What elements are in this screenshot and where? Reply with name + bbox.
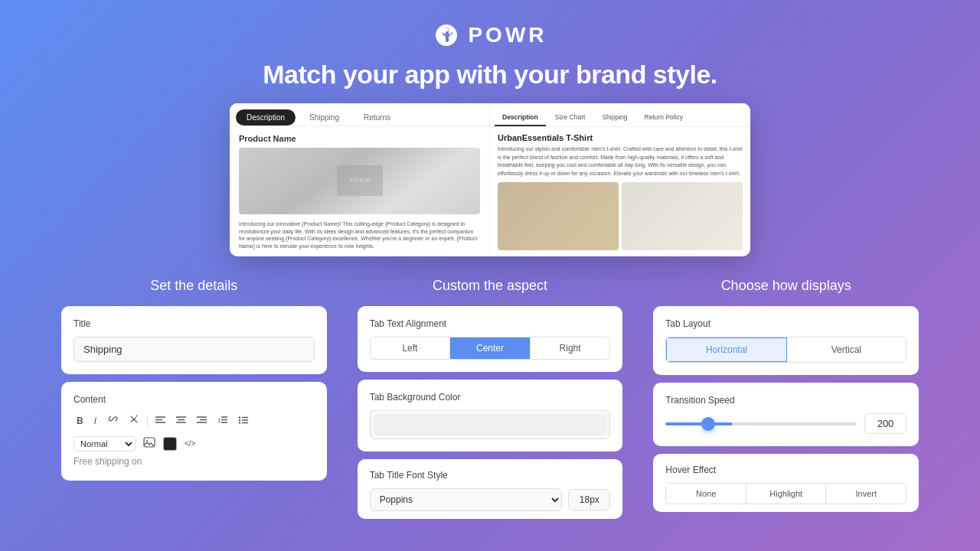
column-display-options: Choose how displays Tab Layout Horizonta…	[638, 278, 934, 527]
preview-thumb-1	[498, 182, 619, 250]
preview-inner: Description Shipping Returns Product Nam…	[230, 103, 750, 256]
color-input-row	[370, 410, 611, 439]
preview-desc-text: Introducing our stylish and comfortable …	[490, 145, 750, 182]
logo-area: POWR	[0, 21, 980, 49]
layout-horizontal-btn[interactable]: Horizontal	[666, 337, 786, 362]
tab-layout-label: Tab Layout	[665, 318, 906, 329]
hover-highlight-btn[interactable]: Highlight	[746, 484, 827, 504]
content-preview-text: Free shipping on	[74, 455, 315, 468]
preview-img-inner: TENDE	[239, 148, 480, 214]
font-style-label: Tab Title Font Style	[370, 470, 611, 481]
unordered-list-btn[interactable]	[235, 414, 251, 428]
preview-left: Description Shipping Returns Product Nam…	[230, 103, 490, 256]
font-style-card: Tab Title Font Style Poppins Roboto Open…	[358, 459, 623, 519]
text-color-swatch[interactable]	[163, 437, 177, 451]
code-button[interactable]: </>	[181, 438, 198, 449]
align-right-option[interactable]: Right	[531, 337, 610, 359]
preview-container: Description Shipping Returns Product Nam…	[0, 103, 980, 256]
preview-images-row	[490, 182, 750, 256]
preview-right-tab-shipping[interactable]: Shipping	[594, 109, 635, 126]
powr-logo-icon	[433, 21, 460, 49]
tab-layout-card: Tab Layout Horizontal Vertical	[653, 306, 919, 375]
speed-slider[interactable]	[665, 422, 857, 425]
ordered-list-btn[interactable]: 1.	[214, 414, 230, 428]
align-center-btn[interactable]	[173, 414, 189, 428]
title-label: Title	[74, 318, 315, 329]
bold-button[interactable]: B	[74, 414, 87, 428]
link-button[interactable]	[104, 412, 121, 429]
col2-title: Custom the aspect	[433, 278, 547, 294]
preview-tab-returns[interactable]: Returns	[353, 109, 401, 126]
hover-effect-card: Hover Effect None Highlight Invert	[653, 454, 919, 512]
bottom-section: Set the details Title Content B I	[0, 278, 980, 527]
color-preview-box[interactable]	[374, 414, 607, 435]
font-size-input[interactable]	[568, 489, 610, 510]
title-card: Title	[61, 306, 327, 374]
transition-speed-card: Transition Speed	[653, 383, 919, 446]
alignment-group: Left Center Right	[370, 337, 611, 360]
column-set-details: Set the details Title Content B I	[46, 278, 342, 527]
bg-color-label: Tab Background Color	[370, 392, 611, 403]
align-center-option[interactable]: Center	[450, 337, 531, 359]
svg-point-18	[239, 419, 240, 420]
align-right-btn[interactable]	[194, 414, 210, 428]
logo-text: POWR	[468, 23, 547, 47]
layout-vertical-btn[interactable]: Vertical	[787, 337, 906, 362]
title-input[interactable]	[74, 337, 315, 362]
preview-tabs-right: Description Size Chart Shipping Return P…	[490, 103, 750, 127]
image-insert-button[interactable]	[140, 435, 158, 452]
alignment-label: Tab Text Alignment	[370, 318, 611, 329]
toolbar-divider-1	[147, 416, 148, 426]
font-row: Poppins Roboto Open Sans	[370, 488, 611, 511]
hover-invert-btn[interactable]: Invert	[826, 484, 906, 504]
content-card: Content B I	[61, 382, 327, 481]
preview-tab-description[interactable]: Description	[236, 109, 296, 126]
preview-thumb-2	[622, 182, 743, 250]
col3-title: Choose how displays	[721, 278, 851, 294]
content-toolbar: B I 1.	[74, 412, 315, 429]
bg-color-card: Tab Background Color	[358, 380, 623, 452]
align-left-option[interactable]: Left	[371, 337, 451, 359]
slider-row	[665, 413, 906, 434]
preview-tab-shipping[interactable]: Shipping	[299, 109, 350, 126]
tagline: Match your app with your brand style.	[0, 60, 980, 90]
align-left-btn[interactable]	[152, 414, 168, 428]
italic-button[interactable]: I	[91, 414, 100, 428]
svg-text:TENDE: TENDE	[349, 177, 370, 184]
svg-point-0	[445, 28, 449, 32]
preview-product-name: Product Name	[230, 126, 489, 148]
font-family-select[interactable]: Poppins Roboto Open Sans	[370, 488, 563, 511]
format-select[interactable]: Normal Heading 1 Heading 2	[74, 436, 136, 452]
svg-point-17	[239, 416, 240, 418]
preview-product-title: UrbanEssentials T-Shirt	[490, 127, 750, 145]
alignment-card: Tab Text Alignment Left Center Right	[358, 306, 623, 372]
svg-point-19	[239, 422, 240, 423]
preview-box: Description Shipping Returns Product Nam…	[230, 103, 750, 256]
column-custom-aspect: Custom the aspect Tab Text Alignment Lef…	[342, 278, 639, 527]
preview-product-image: TENDE	[239, 148, 480, 214]
content-label: Content	[74, 394, 315, 405]
hover-label: Hover Effect	[665, 465, 906, 475]
speed-value-input[interactable]	[864, 413, 906, 434]
svg-point-24	[146, 440, 149, 442]
header: POWR Match your app with your brand styl…	[0, 0, 980, 103]
speed-label: Transition Speed	[665, 395, 906, 406]
preview-right-tab-returnpolicy[interactable]: Return Policy	[637, 109, 691, 126]
preview-product-text: Introducing our innovative {Product Name…	[230, 220, 489, 256]
preview-tabs-left: Description Shipping Returns	[230, 103, 489, 126]
preview-right-tab-description[interactable]: Description	[495, 109, 546, 126]
preview-right: Description Size Chart Shipping Return P…	[490, 103, 750, 256]
col1-title: Set the details	[150, 278, 237, 294]
tab-layout-group: Horizontal Vertical	[665, 337, 906, 363]
hover-none-btn[interactable]: None	[666, 484, 746, 504]
svg-line-3	[131, 416, 137, 422]
unlink-button[interactable]	[126, 412, 142, 429]
preview-right-tab-sizechart[interactable]: Size Chart	[547, 109, 593, 126]
hover-group: None Highlight Invert	[665, 483, 906, 504]
